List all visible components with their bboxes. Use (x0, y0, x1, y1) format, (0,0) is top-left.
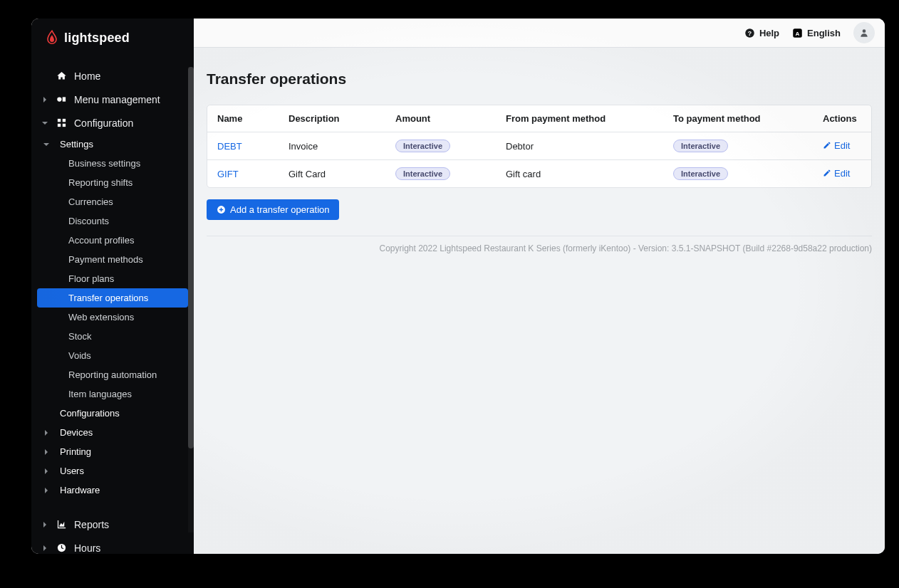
menu-icon (56, 94, 67, 105)
nav-item-home[interactable]: Home (31, 64, 194, 88)
chart-icon (56, 519, 67, 530)
row-description: Invoice (289, 141, 318, 152)
row-name-link[interactable]: DEBT (217, 141, 242, 152)
language-icon: A (792, 28, 803, 38)
col-to: To payment method (663, 105, 813, 132)
edit-button[interactable]: Edit (823, 168, 850, 179)
plus-circle-icon (217, 205, 226, 214)
svg-rect-4 (57, 124, 60, 127)
user-icon (859, 28, 869, 38)
sidebar-scrollbar[interactable] (188, 67, 194, 532)
edit-button[interactable]: Edit (823, 140, 850, 151)
nav-item-printing[interactable]: Printing (31, 442, 194, 461)
nav-label: Payment methods (68, 254, 143, 265)
nav-label: Users (60, 466, 84, 476)
table-header-row: Name Description Amount From payment met… (207, 105, 871, 132)
add-transfer-operation-button[interactable]: Add a transfer operation (207, 199, 339, 220)
grid-icon (56, 117, 67, 129)
nav-item-currencies[interactable]: Currencies (31, 192, 194, 211)
nav-item-configurations[interactable]: Configurations (31, 404, 194, 423)
row-description: Gift Card (289, 169, 326, 179)
caret-right-icon (41, 522, 48, 527)
language-label: English (807, 28, 841, 38)
language-button[interactable]: A English (792, 28, 841, 38)
nav-label: Voids (68, 350, 91, 361)
nav-item-floor-plans[interactable]: Floor plans (31, 269, 194, 288)
home-icon (56, 70, 67, 82)
edit-icon (823, 169, 831, 177)
nav-item-business-settings[interactable]: Business settings (31, 154, 194, 173)
brand: lightspeed (31, 23, 194, 53)
nav-label: Devices (60, 427, 93, 438)
nav-item-account-profiles[interactable]: Account profiles (31, 231, 194, 250)
svg-rect-2 (57, 119, 60, 122)
transfer-operations-table: Name Description Amount From payment met… (207, 105, 872, 188)
user-menu-button[interactable] (853, 22, 875, 43)
edit-icon (823, 141, 831, 149)
caret-down-icon (41, 120, 48, 126)
caret-down-icon (43, 142, 50, 147)
nav-label: Transfer operations (68, 293, 148, 303)
svg-rect-1 (62, 97, 65, 101)
col-actions: Actions (813, 105, 871, 132)
nav-item-stock[interactable]: Stock (31, 327, 194, 346)
nav-label: Printing (60, 446, 91, 457)
nav-item-reporting-shifts[interactable]: Reporting shifts (31, 173, 194, 192)
nav-label: Web extensions (68, 312, 134, 322)
scrollbar-thumb[interactable] (188, 67, 194, 448)
row-name-link[interactable]: GIFT (217, 169, 239, 179)
brand-name: lightspeed (64, 31, 130, 46)
table-row: GIFT Gift Card Interactive Gift card Int… (207, 160, 871, 188)
nav-item-item-languages[interactable]: Item languages (31, 384, 194, 404)
edit-label: Edit (834, 140, 850, 151)
help-button[interactable]: ? Help (744, 28, 779, 38)
nav-item-reports[interactable]: Reports (31, 513, 194, 536)
nav-item-reporting-automation[interactable]: Reporting automation (31, 365, 194, 384)
nav-label: Home (74, 70, 100, 82)
edit-label: Edit (834, 168, 850, 179)
caret-right-icon (41, 97, 48, 103)
nav-item-web-extensions[interactable]: Web extensions (31, 308, 194, 327)
page-title: Transfer operations (207, 70, 872, 88)
nav-label: Settings (60, 139, 93, 149)
flame-icon (46, 30, 58, 46)
nav-label: Reporting shifts (68, 177, 132, 188)
nav-label: Menu management (74, 94, 160, 105)
interactive-badge: Interactive (395, 140, 450, 152)
nav-label: Item languages (68, 389, 132, 399)
nav-item-discounts[interactable]: Discounts (31, 211, 194, 231)
nav-item-payment-methods[interactable]: Payment methods (31, 250, 194, 269)
caret-right-icon (43, 468, 50, 474)
nav-label: Stock (68, 331, 92, 342)
help-label: Help (759, 28, 779, 38)
nav-label: Business settings (68, 158, 140, 169)
app-window: lightspeed Home Menu management (31, 19, 885, 554)
nav-label: Floor plans (68, 273, 114, 284)
nav-item-settings[interactable]: Settings (31, 135, 194, 154)
help-icon: ? (744, 28, 755, 38)
nav-item-menu-management[interactable]: Menu management (31, 88, 194, 111)
nav-label: Hours (74, 542, 100, 554)
nav-item-hours[interactable]: Hours (31, 536, 194, 554)
col-description: Description (279, 105, 385, 132)
clock-icon (56, 542, 67, 554)
svg-point-11 (863, 29, 866, 33)
nav-label: Reporting automation (68, 369, 157, 380)
nav-label: Configurations (60, 408, 120, 419)
nav-item-transfer-operations[interactable]: Transfer operations (37, 288, 188, 308)
row-from: Gift card (506, 169, 541, 179)
nav-item-devices[interactable]: Devices (31, 423, 194, 442)
nav-item-configuration[interactable]: Configuration (31, 111, 194, 135)
interactive-badge: Interactive (673, 140, 728, 152)
col-amount: Amount (385, 105, 496, 132)
caret-right-icon (43, 430, 50, 436)
nav-item-voids[interactable]: Voids (31, 346, 194, 365)
row-from: Debtor (506, 141, 534, 152)
content: Transfer operations Name Description Amo… (194, 48, 885, 253)
nav-item-hardware[interactable]: Hardware (31, 481, 194, 500)
nav-label: Hardware (60, 485, 100, 495)
caret-right-icon (43, 449, 50, 455)
nav: Home Menu management Configuration (31, 53, 194, 554)
nav-label: Configuration (74, 117, 133, 129)
nav-item-users[interactable]: Users (31, 461, 194, 481)
